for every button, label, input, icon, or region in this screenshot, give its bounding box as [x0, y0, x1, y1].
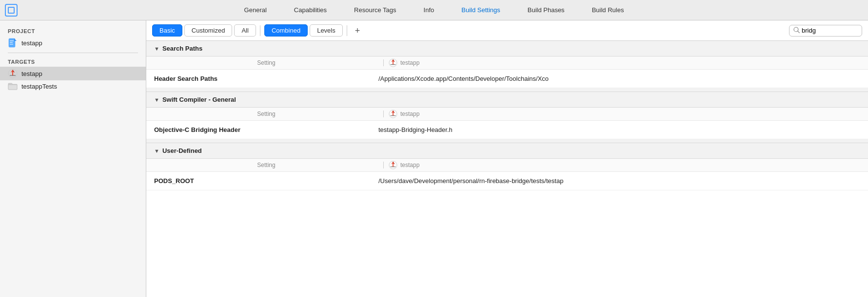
nav-capabilities[interactable]: Capabilities — [290, 4, 331, 16]
sidebar-item-testappTests[interactable]: testappTests — [0, 80, 146, 92]
table-header-swift: Setting testapp — [146, 108, 868, 121]
target-icon-header-1 — [389, 110, 397, 118]
section-title-swift: Swift Compiler - General — [162, 96, 236, 103]
svg-rect-3 — [10, 44, 13, 45]
cell-setting-pods-root: PODS_ROOT — [154, 177, 378, 185]
table-row-pods-root[interactable]: PODS_ROOT /Users/dave/Development/person… — [146, 172, 868, 190]
header-setting-label-1: Setting — [154, 111, 378, 117]
table-header-search-paths: Setting testapp — [146, 56, 868, 70]
svg-rect-2 — [10, 42, 13, 43]
section-swift-compiler[interactable]: ▼ Swift Compiler - General — [146, 92, 868, 108]
nav-resource-tags[interactable]: Resource Tags — [350, 4, 400, 16]
sidebar-item-testapp-target[interactable]: testapp — [0, 67, 146, 80]
svg-rect-8 — [12, 72, 13, 75]
cell-value-objc-bridging: testapp-Bridging-Header.h — [378, 126, 860, 133]
header-value-text-1: testapp — [400, 111, 419, 117]
header-value-text-2: testapp — [400, 162, 419, 168]
targets-section-label: TARGETS — [0, 56, 146, 67]
svg-rect-25 — [393, 163, 394, 167]
xcode-icon-inner — [8, 7, 15, 14]
section-search-paths[interactable]: ▼ Search Paths — [146, 41, 868, 56]
search-input[interactable] — [802, 27, 841, 34]
table-header-user-defined: Setting testapp — [146, 159, 868, 172]
header-value-label-1: testapp — [378, 110, 860, 118]
xcode-nav-icon[interactable] — [5, 4, 18, 17]
sidebar-item-project[interactable]: testapp — [0, 36, 146, 50]
table-row-objc-bridging[interactable]: Objective-C Bridging Header testapp-Brid… — [146, 121, 868, 139]
sidebar: PROJECT testapp TARGETS — [0, 20, 146, 297]
section-triangle-search-paths[interactable]: ▼ — [154, 46, 159, 52]
build-settings-table: ▼ Search Paths Setting testapp — [146, 41, 868, 297]
section-user-defined[interactable]: ▼ User-Defined — [146, 143, 868, 159]
project-file-icon — [8, 38, 18, 48]
col-value-sep-1 — [383, 111, 384, 117]
col-value-sep-0 — [383, 59, 384, 66]
header-value-label-2: testapp — [378, 161, 860, 169]
svg-rect-1 — [10, 40, 14, 41]
testapp-target-label: testapp — [21, 70, 42, 77]
section-gap-1 — [146, 88, 868, 92]
target-icon — [8, 69, 18, 78]
project-section-label: PROJECT — [0, 25, 146, 36]
cell-setting-header-search-paths: Header Search Paths — [154, 75, 378, 82]
header-value-text-0: testapp — [400, 59, 419, 66]
col-value-sep-2 — [383, 162, 384, 168]
table-row-header-search-paths[interactable]: Header Search Paths /Applications/Xcode.… — [146, 70, 868, 88]
nav-info[interactable]: Info — [420, 4, 438, 16]
nav-build-settings[interactable]: Build Settings — [457, 4, 504, 16]
target-icon-header-2 — [389, 161, 397, 169]
section-triangle-user-defined[interactable]: ▼ — [154, 148, 159, 154]
top-nav-bar: General Capabilities Resource Tags Info … — [0, 0, 868, 20]
testappTests-label: testappTests — [21, 83, 57, 90]
cell-value-pods-root: /Users/dave/Development/personal/rn-fire… — [378, 177, 860, 185]
toolbar-separator-1 — [260, 25, 260, 36]
section-gap-2 — [146, 139, 868, 143]
project-name: testapp — [21, 39, 42, 47]
cell-value-header-search-paths: /Applications/Xcode.app/Contents/Develop… — [378, 75, 860, 82]
search-icon — [793, 27, 800, 35]
add-setting-button[interactable]: + — [351, 26, 364, 35]
target-icon-header-0 — [389, 58, 397, 67]
filter-levels-button[interactable]: Levels — [310, 24, 343, 37]
section-triangle-swift[interactable]: ▼ — [154, 97, 159, 103]
sidebar-divider — [8, 53, 138, 53]
svg-line-11 — [798, 31, 800, 33]
filter-all-button[interactable]: All — [234, 24, 256, 37]
svg-rect-20 — [393, 112, 394, 115]
filter-customized-button[interactable]: Customized — [184, 24, 233, 37]
nav-build-rules[interactable]: Build Rules — [588, 4, 628, 16]
filter-basic-button[interactable]: Basic — [152, 24, 182, 37]
header-setting-label-0: Setting — [154, 59, 378, 66]
toolbar: Basic Customized All Combined Levels + — [146, 20, 868, 41]
cell-setting-objc-bridging: Objective-C Bridging Header — [154, 126, 378, 133]
nav-build-phases[interactable]: Build Phases — [524, 4, 569, 16]
search-box — [789, 25, 862, 37]
content-area: Basic Customized All Combined Levels + — [146, 20, 868, 297]
header-value-label-0: testapp — [378, 58, 860, 67]
svg-marker-4 — [14, 38, 17, 41]
nav-general[interactable]: General — [240, 4, 271, 16]
filter-combined-button[interactable]: Combined — [264, 24, 308, 37]
section-title-search-paths: Search Paths — [162, 45, 202, 52]
section-title-user-defined: User-Defined — [162, 147, 202, 154]
folder-icon — [8, 82, 18, 90]
main-layout: PROJECT testapp TARGETS — [0, 20, 868, 297]
svg-rect-15 — [393, 61, 394, 64]
toolbar-separator-2 — [347, 25, 347, 36]
header-setting-label-2: Setting — [154, 162, 378, 168]
